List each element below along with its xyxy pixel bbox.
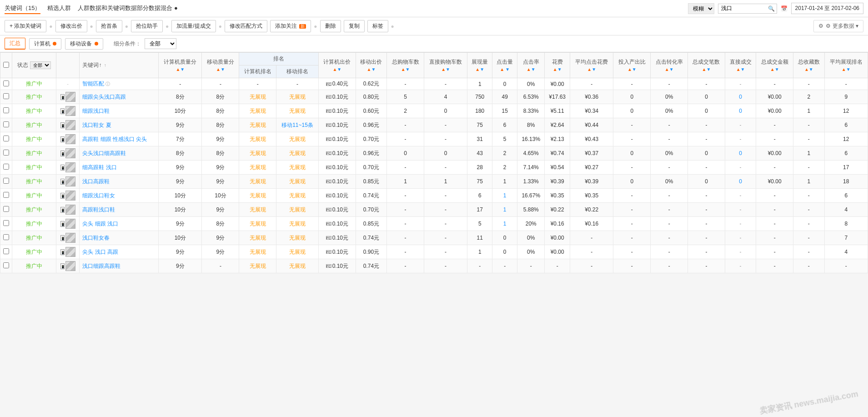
mq-down[interactable]: ▼ <box>221 67 225 72</box>
mobile-icon: 📱 <box>60 207 65 213</box>
keyword-link[interactable]: 细跟浅口鞋 <box>82 108 110 114</box>
keyword-link[interactable]: 细高跟鞋 浅口 <box>82 164 116 171</box>
keyword-cell: 尖头 浅口 高跟 <box>80 245 159 259</box>
tc-down[interactable]: ▼ <box>406 67 410 72</box>
modify-bid-button[interactable]: 修改出价 <box>55 20 87 32</box>
clk-up[interactable]: ▲ <box>500 67 504 72</box>
cost-up[interactable]: ▲ <box>553 67 557 72</box>
select-all-checkbox[interactable] <box>3 62 9 68</box>
keyword-link[interactable]: 细跟浅口鞋女 <box>82 192 115 199</box>
row-checkbox[interactable] <box>3 80 9 86</box>
dc-down[interactable]: ▼ <box>446 67 450 72</box>
keyword-link[interactable]: 尖头 浅口 高跟 <box>82 249 118 255</box>
pc-rank-cell: 无展现 <box>239 189 276 203</box>
clk-down[interactable]: ▼ <box>505 67 510 72</box>
tab-pc[interactable]: 计算机 <box>29 38 61 50</box>
ac-up[interactable]: ▲ <box>587 67 592 72</box>
ac-down[interactable]: ▼ <box>592 67 596 72</box>
keyword-link[interactable]: 浅口高跟鞋 <box>82 178 110 185</box>
cost-down[interactable]: ▼ <box>557 67 562 72</box>
row-checkbox[interactable] <box>3 192 9 198</box>
imp-up[interactable]: ▲ <box>475 67 480 72</box>
ctr-up[interactable]: ▲ <box>527 67 531 72</box>
keyword-link[interactable]: 高跟鞋 细跟 性感浅口 尖头 <box>82 136 147 142</box>
date-range[interactable]: 2017-01-24 至 2017-02-06 <box>791 3 863 14</box>
conv-rate-cell: - <box>651 78 688 90</box>
row-checkbox[interactable] <box>3 164 9 170</box>
delete-button[interactable]: 删除 <box>320 20 341 32</box>
row-checkbox[interactable] <box>3 178 9 184</box>
pcbid-up[interactable]: ▲ <box>332 67 337 72</box>
dc-up[interactable]: ▲ <box>441 67 446 72</box>
keyword-link[interactable]: 尖头 细跟 浅口 <box>82 221 118 227</box>
tc2-up[interactable]: ▲ <box>804 67 809 72</box>
th-avg-rank: 平均展现排名 ▲▼ <box>824 53 868 78</box>
mq-up[interactable]: ▲ <box>216 67 221 72</box>
roi-down[interactable]: ▼ <box>632 67 637 72</box>
mbid-up[interactable]: ▲ <box>367 67 371 72</box>
add-keyword-button[interactable]: + 添加关键词 <box>5 20 46 32</box>
row-checkbox[interactable] <box>3 121 9 127</box>
pc-quality-up[interactable]: ▲ <box>176 67 180 72</box>
assist-bid-button[interactable]: 抢位助手 <box>131 20 163 32</box>
ts-up[interactable]: ▲ <box>770 67 775 72</box>
sub-filter-select[interactable]: 全部 <box>145 38 176 49</box>
boost-flow-button[interactable]: 加流量/提成交 <box>171 20 216 32</box>
pc-quality-down[interactable]: ▼ <box>180 67 185 72</box>
row-checkbox[interactable] <box>3 206 9 212</box>
copy-button[interactable]: 复制 <box>344 20 365 32</box>
row-checkbox[interactable] <box>3 150 9 156</box>
ar-up[interactable]: ▲ <box>842 67 846 72</box>
cr-up[interactable]: ▲ <box>665 67 669 72</box>
keyword-link[interactable]: 细跟尖头浅口高跟 <box>82 94 126 100</box>
search-icon[interactable]: 🔍 <box>768 5 775 12</box>
to-up[interactable]: ▲ <box>702 67 707 72</box>
row-checkbox[interactable] <box>3 248 9 254</box>
filter-mode-select[interactable]: 模糊 <box>688 3 714 14</box>
tab-target[interactable]: 精选人群 <box>47 3 71 14</box>
status-cell: 推广中 <box>12 217 56 231</box>
cr-down[interactable]: ▼ <box>669 67 674 72</box>
top-bid-button[interactable]: 抢首条 <box>96 20 122 32</box>
mbid-down[interactable]: ▼ <box>371 67 376 72</box>
keyword-link[interactable]: 尖头浅口细高跟鞋 <box>82 150 126 156</box>
keyword-sort-icon[interactable]: ↑ <box>104 63 106 68</box>
do-down[interactable]: ▼ <box>741 67 745 72</box>
status-filter-select[interactable]: 全部 <box>30 61 51 69</box>
row-checkbox[interactable] <box>3 107 9 113</box>
roi-up[interactable]: ▲ <box>627 67 632 72</box>
keyword-link[interactable]: 浅口鞋女 夏 <box>82 122 111 128</box>
keyword-link[interactable]: 浅口细跟高跟鞋 <box>82 263 120 269</box>
to-down[interactable]: ▼ <box>706 67 711 72</box>
modify-match-button[interactable]: 修改匹配方式 <box>225 20 267 32</box>
pc-quality-cell: 10分 <box>159 231 202 245</box>
total-sales-cell: - <box>756 217 793 231</box>
keyword-link[interactable]: 高跟鞋浅口鞋 <box>82 206 115 213</box>
tab-summary[interactable]: 汇总 <box>5 38 25 50</box>
tab-mobile[interactable]: 移动设备 <box>65 38 103 50</box>
row-checkbox[interactable] <box>3 93 9 99</box>
tag-button[interactable]: 标签 <box>367 20 388 32</box>
ctr-cell: 5.88% <box>517 203 545 217</box>
imp-down[interactable]: ▼ <box>480 67 484 72</box>
tc-up[interactable]: ▲ <box>401 67 406 72</box>
row-checkbox[interactable] <box>3 234 9 240</box>
row-checkbox[interactable] <box>3 136 9 141</box>
row-checkbox[interactable] <box>3 220 9 226</box>
ts-down[interactable]: ▼ <box>775 67 779 72</box>
keyword-link[interactable]: 智能匹配 <box>82 80 104 87</box>
ctr-down[interactable]: ▼ <box>531 67 536 72</box>
roi-cell: - <box>613 132 651 146</box>
tc2-down[interactable]: ▼ <box>809 67 813 72</box>
more-data-button[interactable]: ⚙ ⚙ 更多数据 ▾ <box>813 20 863 32</box>
pcbid-down[interactable]: ▼ <box>337 67 341 72</box>
do-up[interactable]: ▲ <box>736 67 741 72</box>
ar-down[interactable]: ▼ <box>846 67 851 72</box>
pc-rank-cell: 无展现 <box>239 132 276 146</box>
tab-keywords[interactable]: 关键词（15） <box>5 3 40 14</box>
row-checkbox[interactable] <box>3 262 9 268</box>
pc-bid-icon: PC <box>326 236 331 240</box>
keyword-link[interactable]: 浅口鞋女春 <box>82 235 110 241</box>
add-follow-button[interactable]: 添加关注 新 <box>270 20 311 32</box>
tab-combined[interactable]: 人群数据和关键词数据部分数据混合 ● <box>78 3 177 14</box>
